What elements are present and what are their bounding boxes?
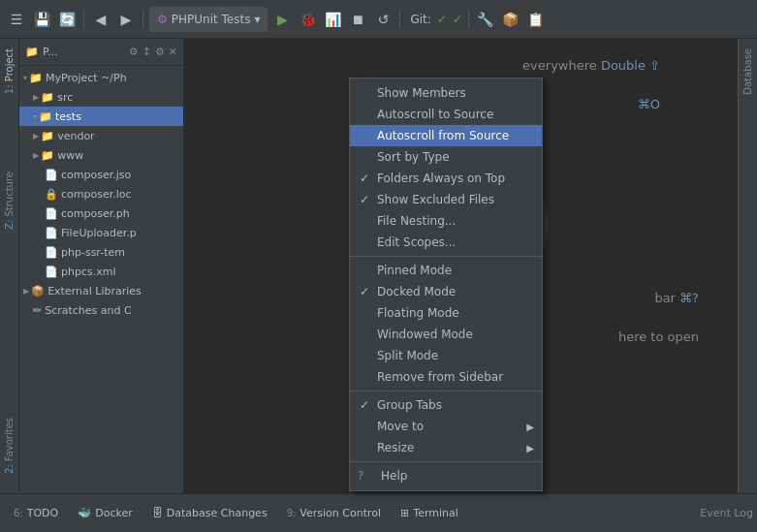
tree-label-php-ssr: php-ssr-tem <box>61 246 125 259</box>
debug-icon[interactable]: 🐞 <box>297 9 318 30</box>
context-menu: Show Members Autoscroll to Source Autosc… <box>349 78 543 491</box>
run-icon[interactable]: ▶ <box>271 9 293 30</box>
settings-icon[interactable]: 🔧 <box>475 9 496 30</box>
tree-json-icon: 📄 <box>45 169 58 181</box>
menu-item-move-to-label: Move to <box>377 420 530 433</box>
content-hint-1: everywhere Double ⇧ <box>522 58 660 73</box>
tree-arrow-tests: ▾ <box>33 112 37 121</box>
tab-database-changes[interactable]: 🗄 Database Changes <box>142 500 277 527</box>
tab-terminal[interactable]: ⊞ Terminal <box>391 500 468 527</box>
tree-label-ext: External Libraries <box>47 285 142 297</box>
tree-ssr-icon: 📄 <box>45 246 58 259</box>
tree-item-composer-json[interactable]: 📄 composer.jso <box>19 165 183 184</box>
rerun-icon[interactable]: ↺ <box>372 9 394 30</box>
tab-version-control[interactable]: 9: Version Control <box>277 500 391 527</box>
menu-item-file-nesting[interactable]: File Nesting... <box>350 210 542 232</box>
vc-num: 9: <box>287 508 297 518</box>
more-icon[interactable]: 📋 <box>525 9 547 30</box>
tree-item-external-libraries[interactable]: ▶ 📦 External Libraries <box>19 281 183 300</box>
separator-3 <box>350 461 542 462</box>
menu-item-move-to[interactable]: Move to ▶ <box>350 416 542 437</box>
menu-item-folders-on-top-label: Folders Always on Top <box>377 172 530 185</box>
tree-item-root[interactable]: ▾ 📁 MyProject ~/Ph <box>19 68 183 87</box>
menu-item-pinned-mode[interactable]: Pinned Mode <box>350 260 542 281</box>
main-content: 🛡 下载 Z.com everywhere Double ⇧ ⌘O bar ⌘?… <box>184 39 757 493</box>
panel-header: 📁 P... ⚙ ↕ ⚙ ✕ <box>19 39 183 66</box>
forward-icon[interactable]: ▶ <box>115 9 137 30</box>
run-with-coverage-icon[interactable]: 📊 <box>322 9 343 30</box>
tree-label-fileuploader: FileUploader.p <box>61 227 137 239</box>
content-hint-4: here to open <box>618 329 699 344</box>
run-config-selector[interactable]: ⚙ PHPUnit Tests ▾ <box>149 7 268 32</box>
tree-item-composer-lock[interactable]: 🔒 composer.loc <box>19 184 183 203</box>
file-tree: ▾ 📁 MyProject ~/Ph ▶ 📁 src ▾ 📁 tests ▶ 📁… <box>19 66 183 493</box>
menu-item-floating-mode[interactable]: Floating Mode <box>350 302 542 324</box>
menu-item-resize-label: Resize <box>377 441 530 454</box>
panel-sync-icon[interactable]: ↕ <box>142 46 151 58</box>
menu-item-sort-by-type[interactable]: Sort by Type <box>350 146 542 168</box>
check-group-tabs: ✓ <box>360 398 369 412</box>
sidebar-item-favorites[interactable]: 2: Favorites <box>2 408 16 484</box>
tree-item-phpcs-xml[interactable]: 📄 phpcs.xml <box>19 262 183 281</box>
menu-item-autoscroll-to-source-label: Autoscroll to Source <box>377 108 530 121</box>
menu-item-pinned-mode-label: Pinned Mode <box>377 264 530 277</box>
tree-item-scratches[interactable]: ✏ Scratches and C <box>19 300 183 320</box>
menu-item-show-excluded-files[interactable]: ✓ Show Excluded Files <box>350 189 542 210</box>
tree-item-www[interactable]: ▶ 📁 www <box>19 145 183 165</box>
tree-item-php-ssr[interactable]: 📄 php-ssr-tem <box>19 242 183 262</box>
menu-item-show-members[interactable]: Show Members <box>350 82 542 104</box>
tree-label-src: src <box>57 91 73 104</box>
vc-label: Version Control <box>300 507 381 519</box>
todo-label: TODO <box>27 507 59 519</box>
sidebar-item-structure[interactable]: Z: Structure <box>2 162 16 239</box>
menu-item-edit-scopes[interactable]: Edit Scopes... <box>350 232 542 253</box>
check-show-excluded: ✓ <box>360 193 369 206</box>
menu-item-group-tabs-label: Group Tabs <box>377 398 530 412</box>
tab-docker[interactable]: 🐳 Docker <box>68 500 142 527</box>
menu-item-group-tabs[interactable]: ✓ Group Tabs <box>350 394 542 416</box>
tree-folder-vendor-icon: 📁 <box>41 130 54 142</box>
move-to-arrow-icon: ▶ <box>526 422 534 432</box>
menu-item-remove-from-sidebar[interactable]: Remove from Sidebar <box>350 366 542 388</box>
sync-icon[interactable]: 🔄 <box>56 9 78 30</box>
separator-2 <box>350 391 542 391</box>
tree-arrow-src: ▶ <box>33 93 39 102</box>
menu-item-autoscroll-from-source[interactable]: Autoscroll from Source <box>350 125 542 146</box>
stop-icon[interactable]: ⏹ <box>347 9 368 30</box>
menu-item-windowed-mode[interactable]: Windowed Mode <box>350 324 542 345</box>
menu-item-resize[interactable]: Resize ▶ <box>350 437 542 458</box>
tree-item-fileuploader[interactable]: 📄 FileUploader.p <box>19 223 183 242</box>
panel-close-icon[interactable]: ✕ <box>169 46 177 58</box>
menu-item-help-label: Help <box>377 469 530 483</box>
sidebar-item-database[interactable]: Database <box>741 39 755 105</box>
panel-folder-icon: 📁 <box>25 46 39 58</box>
tree-arrow-root: ▾ <box>23 74 27 82</box>
right-vertical-strip: Database <box>738 39 757 493</box>
menu-item-docked-mode[interactable]: ✓ Docked Mode <box>350 281 542 302</box>
tree-php-icon: 📄 <box>45 207 58 220</box>
tab-todo[interactable]: 6: TODO <box>4 500 68 527</box>
tree-item-composer-php[interactable]: 📄 composer.ph <box>19 203 183 223</box>
menu-item-split-mode[interactable]: Split Mode <box>350 345 542 366</box>
menu-item-file-nesting-label: File Nesting... <box>377 214 530 228</box>
sidebar-item-project[interactable]: 1: Project <box>2 39 16 104</box>
menu-item-help[interactable]: ? Help <box>350 465 542 486</box>
menu-item-sort-by-type-label: Sort by Type <box>377 150 530 164</box>
save-icon[interactable]: 💾 <box>31 9 52 30</box>
back-icon[interactable]: ◀ <box>90 9 111 30</box>
menu-item-folders-always-on-top[interactable]: ✓ Folders Always on Top <box>350 168 542 189</box>
menu-item-floating-mode-label: Floating Mode <box>377 306 530 320</box>
menu-icon[interactable]: ☰ <box>6 9 27 30</box>
event-log-label[interactable]: Event Log <box>700 507 753 519</box>
content-hint-3: bar ⌘? <box>654 291 699 305</box>
menu-item-autoscroll-to-source[interactable]: Autoscroll to Source <box>350 104 542 125</box>
help-question-mark: ? <box>358 469 363 483</box>
tree-label-composer-php: composer.ph <box>61 207 130 220</box>
tree-item-vendor[interactable]: ▶ 📁 vendor <box>19 126 183 145</box>
panel-gear-icon[interactable]: ⚙ <box>129 46 139 58</box>
vcs-icon[interactable]: 📦 <box>500 9 521 30</box>
toolbar: ☰ 💾 🔄 ◀ ▶ ⚙ PHPUnit Tests ▾ ▶ 🐞 📊 ⏹ ↺ Gi… <box>0 0 757 39</box>
panel-settings-icon[interactable]: ⚙ <box>155 46 165 58</box>
tree-item-tests[interactable]: ▾ 📁 tests <box>19 107 183 126</box>
tree-item-src[interactable]: ▶ 📁 src <box>19 87 183 107</box>
